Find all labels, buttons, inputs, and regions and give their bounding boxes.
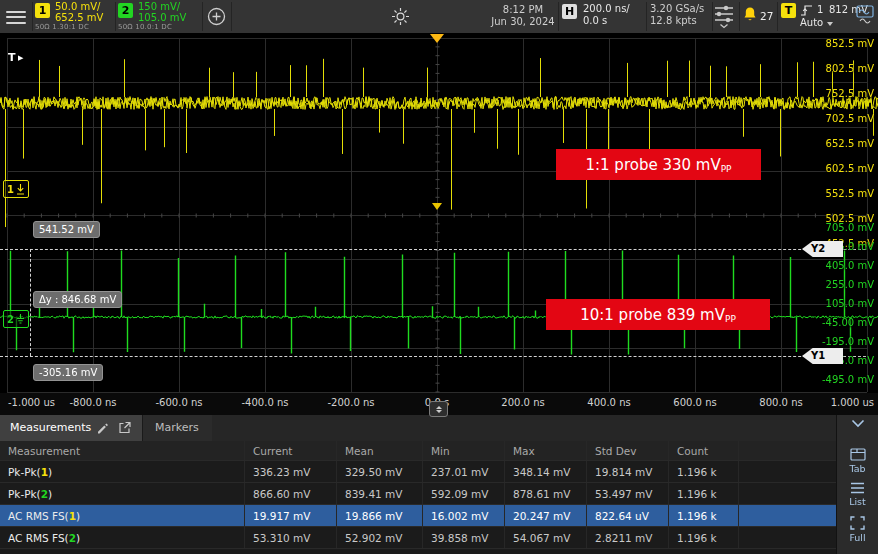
channel-1-offset: 652.5 mV (55, 13, 103, 23)
column-header[interactable]: Min (423, 441, 505, 460)
column-header[interactable]: Mean (337, 441, 423, 460)
arrow-down-to-bar-icon (16, 184, 25, 195)
column-header[interactable]: Measurement (0, 441, 245, 460)
waveform-canvas[interactable] (0, 33, 878, 393)
x-axis-label: 200.0 ns (501, 397, 544, 408)
table-row[interactable]: Pk-Pk(2)866.60 mV839.41 mV592.09 mV878.6… (0, 483, 836, 505)
x-axis-label: -400.0 ns (242, 397, 289, 408)
measurement-name: AC RMS FS(1) (0, 505, 245, 526)
list-view-icon (850, 482, 865, 494)
tab-markers[interactable]: Markers (142, 415, 212, 441)
trigger-time-marker[interactable] (430, 34, 444, 43)
measurement-value: 1.196 k (669, 483, 739, 504)
channel-1-coupling: 50Ω 1.30:1 DC (35, 24, 89, 31)
measurement-value: 19.917 mV (245, 505, 337, 526)
column-header[interactable]: Count (669, 441, 739, 460)
x-axis-label: 400.0 ns (587, 397, 630, 408)
nudge-down-icon (436, 410, 442, 413)
measurement-value: 1.196 k (669, 505, 739, 526)
measurement-value: 16.002 mV (423, 505, 505, 526)
view-tab-button[interactable]: Tab (837, 448, 878, 474)
view-list-label: List (849, 496, 866, 507)
annotation-ch1-probe[interactable]: 1:1 probe 330 mVPP (556, 149, 761, 180)
trigger-level-marker[interactable] (432, 203, 442, 210)
ground-icon (16, 314, 25, 324)
measurement-name: AC RMS FS(2) (0, 527, 245, 548)
tab-measurements-label: Measurements (10, 421, 91, 434)
add-channel-button[interactable] (207, 7, 226, 40)
sliders-icon (714, 4, 734, 29)
menu-button[interactable] (6, 7, 28, 26)
table-row[interactable]: AC RMS FS(1)19.917 mV19.866 mV16.002 mV2… (0, 505, 836, 527)
view-full-label: Full (849, 532, 865, 543)
x-axis-label: 800.0 ns (759, 397, 802, 408)
annotation-ch2-probe[interactable]: 10:1 probe 839 mVPP (546, 299, 770, 330)
cursor-y2-value: 541.52 mV (33, 221, 100, 238)
column-header[interactable]: Current (245, 441, 337, 460)
fullscreen-icon (850, 516, 865, 530)
measurement-value: 237.01 mV (423, 461, 505, 482)
horizontal-badge: H (562, 4, 577, 19)
channel-1-level-marker[interactable]: 1 (3, 180, 29, 198)
tab-measurements[interactable]: Measurements (0, 415, 142, 441)
collapse-panel-button[interactable] (837, 419, 878, 430)
tab-markers-label: Markers (155, 421, 199, 434)
measurement-value: 53.310 mV (245, 527, 337, 548)
cursor-delta-value: Δy : 846.68 mV (33, 291, 122, 308)
edge-trigger-icon (800, 4, 813, 17)
measurement-channel: 1 (41, 466, 48, 478)
chevron-down-icon (827, 22, 833, 26)
clock-display[interactable]: 8:12 PM Jun 30, 2024 (485, 4, 561, 37)
notifications-button[interactable] (742, 6, 758, 39)
tab-view-icon (850, 448, 866, 461)
horizontal-position-widget[interactable] (429, 401, 448, 417)
oscilloscope-screen: 1 50.0 mV/ 652.5 mV 50Ω 1.30:1 DC 2 150 … (0, 0, 878, 554)
cursor-y1-value: -305.16 mV (33, 364, 103, 381)
table-header-row: MeasurementCurrentMeanMinMaxStd DevCount (0, 441, 836, 461)
sample-rate: 3.20 GSa/s (650, 4, 704, 14)
acquire-settings-button[interactable] (714, 4, 734, 37)
trigger-source-marker: T ▶ (8, 51, 23, 64)
annotation-ch2-subscript: PP (725, 315, 736, 324)
channel-2-ground-marker[interactable]: 2 (3, 310, 29, 328)
cursor-y2-line[interactable] (0, 249, 866, 250)
measurement-value: 54.067 mV (505, 527, 587, 548)
measurement-value: 20.247 mV (505, 505, 587, 526)
measurements-table: MeasurementCurrentMeanMinMaxStd DevCount… (0, 441, 836, 549)
trigger-source: 1 (817, 5, 823, 15)
measurement-value: 592.09 mV (423, 483, 505, 504)
column-header[interactable]: Max (505, 441, 587, 460)
view-list-button[interactable]: List (837, 482, 878, 507)
measurement-value: 1.196 k (669, 527, 739, 548)
edit-pencil-icon[interactable] (96, 421, 109, 434)
channel-2-control[interactable]: 2 150 mV/ 105.0 mV 50Ω 10.0:1 DC (118, 0, 200, 33)
horizontal-control[interactable]: H 200.0 ns/ 0.0 s (562, 0, 646, 33)
view-full-button[interactable]: Full (837, 516, 878, 543)
right-arrow-icon: ▶ (16, 54, 24, 62)
measurement-value: 19.866 mV (337, 505, 423, 526)
display-panel-button[interactable] (856, 5, 874, 38)
annotation-ch1-subscript: PP (721, 165, 732, 174)
column-header[interactable]: Std Dev (587, 441, 669, 460)
bell-icon (742, 6, 758, 24)
cursor-y1-line[interactable] (0, 356, 866, 357)
channel-2-offset: 105.0 mV (138, 13, 186, 23)
memory-depth: 12.8 kpts (650, 16, 697, 26)
brightness-button[interactable] (391, 7, 410, 40)
chevron-down-icon (851, 419, 865, 428)
table-row[interactable]: AC RMS FS(2)53.310 mV52.902 mV39.858 mV5… (0, 527, 836, 549)
measurement-channel: 2 (41, 488, 48, 500)
annotation-ch2-text: 10:1 probe 839 mV (580, 306, 725, 324)
measurement-value: 329.50 mV (337, 461, 423, 482)
x-axis-label: -200.0 ns (328, 397, 375, 408)
table-row[interactable]: Pk-Pk(1)336.23 mV329.50 mV237.01 mV348.1… (0, 461, 836, 483)
measurement-value: 53.497 mV (587, 483, 669, 504)
measurement-value: 866.60 mV (245, 483, 337, 504)
trigger-mode-dropdown[interactable]: Auto (800, 18, 833, 28)
measurement-value: 52.902 mV (337, 527, 423, 548)
nudge-up-icon (436, 406, 442, 409)
panel-sidebar: Tab List Full (836, 415, 878, 554)
trigger-mode-value: Auto (800, 17, 823, 28)
channel-1-control[interactable]: 1 50.0 mV/ 652.5 mV 50Ω 1.30:1 DC (35, 0, 115, 33)
open-in-new-icon[interactable] (118, 421, 131, 434)
